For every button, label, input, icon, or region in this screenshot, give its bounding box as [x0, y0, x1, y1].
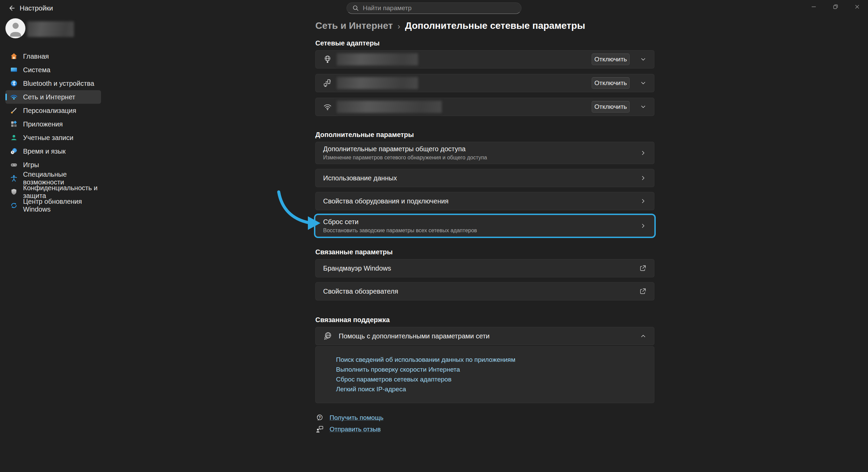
minimize-button[interactable] [803, 0, 825, 14]
search-box[interactable] [347, 2, 521, 14]
sidebar-item-label: Учетные записи [23, 134, 73, 142]
chevron-up-icon[interactable] [640, 333, 647, 339]
external-link-icon [639, 288, 647, 295]
support-link-speed-test[interactable]: Выполнить проверку скорости Интернета [336, 365, 647, 374]
person-icon [9, 22, 22, 37]
support-header-title: Помощь с дополнительными параметрами сет… [339, 332, 490, 340]
section-label-advanced: Дополнительные параметры [315, 131, 654, 139]
row-title: Использование данных [323, 174, 397, 182]
user-name-redacted [27, 21, 74, 37]
ethernet-adapter-icon [323, 79, 332, 87]
row-title: Свойства обозревателя [323, 287, 398, 296]
get-help-row[interactable]: ? Получить помощь [315, 412, 654, 424]
row-title: Дополнительные параметры общего доступа [323, 145, 487, 153]
breadcrumb: Сеть и Интернет › Дополнительные сетевые… [315, 20, 654, 32]
related-list: Брандмауэр Windows Свойства обозревателя [315, 259, 654, 300]
globe-search-icon [323, 331, 333, 341]
personalization-brush-icon [10, 107, 18, 114]
row-title: Брандмауэр Windows [323, 264, 391, 273]
row-subtitle: Восстановить заводские параметры всех се… [323, 227, 477, 234]
sidebar-item-label: Система [23, 66, 51, 74]
sidebar-item-time-language[interactable]: Время и язык [5, 144, 101, 158]
row-title: Свойства оборудования и подключения [323, 197, 449, 205]
close-button[interactable] [846, 0, 868, 14]
sidebar-item-home[interactable]: Главная [5, 50, 101, 63]
accessibility-person-icon [10, 175, 18, 182]
sidebar-item-accessibility[interactable]: Специальные возможности [5, 172, 101, 185]
sidebar-item-network[interactable]: Сеть и Интернет [5, 90, 101, 104]
settings-row-internet-options[interactable]: Свойства обозревателя [315, 282, 654, 300]
support-link-data-usage[interactable]: Поиск сведений об использовании данных п… [336, 355, 647, 365]
accounts-person-icon [10, 134, 18, 141]
globe-ethernet-icon [323, 55, 332, 64]
windows-update-icon [10, 202, 18, 209]
adapter-name-redacted [337, 53, 418, 65]
time-language-icon [10, 148, 18, 155]
window-controls [803, 0, 868, 16]
send-feedback-icon [315, 425, 324, 434]
restore-icon [832, 3, 839, 10]
disable-adapter-button[interactable]: Отключить [592, 101, 630, 113]
footer: ? Получить помощь Отправить отзыв [315, 412, 654, 435]
avatar[interactable] [5, 18, 25, 38]
back-arrow-icon [8, 4, 16, 12]
sidebar-item-label: Персонализация [23, 107, 76, 115]
sidebar-item-label: Приложения [23, 120, 63, 128]
sidebar-item-gaming[interactable]: Игры [5, 158, 101, 172]
sidebar-item-windows-update[interactable]: Центр обновления Windows [5, 199, 101, 212]
breadcrumb-separator: › [397, 21, 400, 31]
search-input[interactable] [363, 4, 516, 12]
support-link-adapter-reset[interactable]: Сброс параметров сетевых адаптеров [336, 374, 647, 384]
app-title: Настройки [20, 4, 53, 12]
send-feedback-row[interactable]: Отправить отзыв [315, 424, 654, 435]
chevron-right-icon [640, 198, 647, 204]
adapter-row: Отключить [315, 50, 654, 68]
breadcrumb-parent[interactable]: Сеть и Интернет [315, 20, 393, 31]
settings-row-hardware-properties[interactable]: Свойства оборудования и подключения [315, 192, 654, 210]
adapter-row: Отключить [315, 74, 654, 92]
sidebar-nav: Главная Система Bluetooth и устройства С… [5, 50, 101, 212]
page-title: Дополнительные сетевые параметры [405, 20, 585, 31]
support-section: Помощь с дополнительными параметрами сет… [315, 327, 654, 345]
sidebar-item-bluetooth[interactable]: Bluetooth и устройства [5, 77, 101, 90]
section-label-adapters: Сетевые адаптеры [315, 39, 654, 47]
get-help-icon: ? [315, 413, 324, 422]
sidebar-item-label: Центр обновления Windows [23, 198, 101, 213]
send-feedback-link[interactable]: Отправить отзыв [330, 426, 381, 433]
selected-indicator [5, 94, 7, 100]
adapter-row: Отключить [315, 98, 654, 116]
chevron-down-icon[interactable] [640, 80, 647, 86]
adapter-name-redacted [337, 101, 442, 113]
sidebar-item-privacy[interactable]: Конфиденциальность и защита [5, 185, 101, 199]
sidebar-item-accounts[interactable]: Учетные записи [5, 131, 101, 144]
sidebar-item-apps[interactable]: Приложения [5, 117, 101, 131]
sidebar-item-label: Сеть и Интернет [23, 93, 75, 101]
minimize-icon [810, 3, 817, 10]
support-header-row[interactable]: Помощь с дополнительными параметрами сет… [315, 327, 654, 345]
section-label-support: Связанная поддержка [315, 316, 654, 324]
disable-adapter-button[interactable]: Отключить [592, 77, 630, 89]
external-link-icon [639, 264, 647, 272]
chevron-down-icon[interactable] [640, 103, 647, 110]
bluetooth-icon [10, 80, 18, 87]
svg-text:?: ? [319, 416, 321, 419]
chevron-right-icon [640, 222, 647, 229]
disable-adapter-button[interactable]: Отключить [592, 54, 630, 65]
settings-row-network-reset[interactable]: Сброс сети Восстановить заводские параме… [315, 215, 654, 237]
network-wifi-icon [10, 93, 18, 101]
sidebar-item-system[interactable]: Система [5, 63, 101, 77]
settings-row-windows-firewall[interactable]: Брандмауэр Windows [315, 259, 654, 277]
back-button[interactable] [6, 3, 18, 13]
settings-row-data-usage[interactable]: Использование данных [315, 169, 654, 187]
restore-button[interactable] [825, 0, 846, 14]
support-link-find-ip[interactable]: Легкий поиск IP-адреса [336, 384, 647, 394]
section-label-related: Связанные параметры [315, 248, 654, 256]
settings-row-sharing-options[interactable]: Дополнительные параметры общего доступа … [315, 142, 654, 164]
get-help-link[interactable]: Получить помощь [330, 414, 383, 421]
chevron-down-icon[interactable] [640, 56, 647, 63]
close-icon [854, 3, 861, 10]
sidebar-item-personalization[interactable]: Персонализация [5, 104, 101, 117]
chevron-right-icon [640, 150, 647, 156]
gaming-gamepad-icon [10, 161, 18, 169]
home-icon [10, 53, 18, 60]
